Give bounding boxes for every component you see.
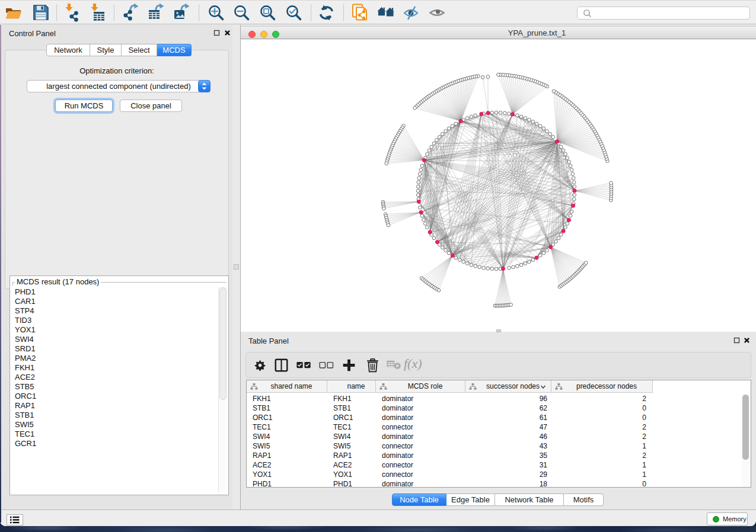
svg-text:f(x): f(x) xyxy=(404,357,422,371)
